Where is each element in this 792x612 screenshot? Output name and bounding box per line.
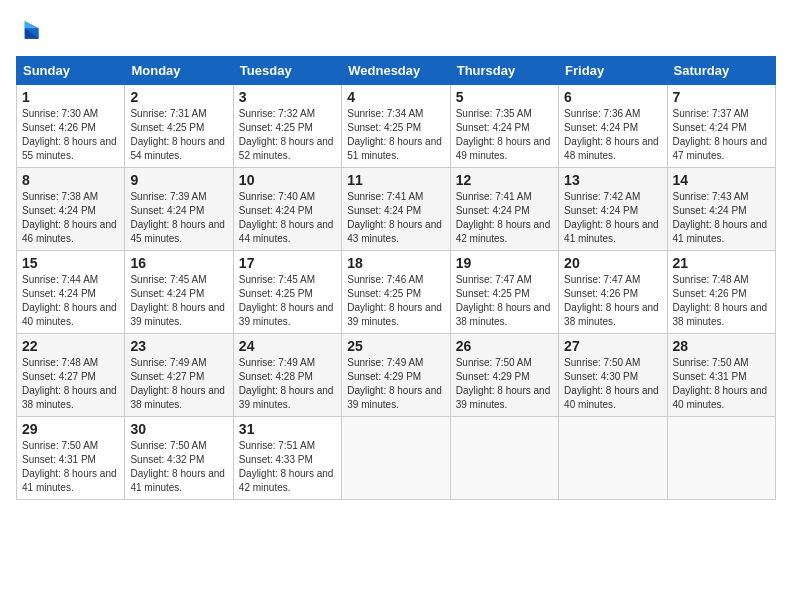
calendar-week-row: 1 Sunrise: 7:30 AMSunset: 4:26 PMDayligh… [17,85,776,168]
calendar-cell: 7 Sunrise: 7:37 AMSunset: 4:24 PMDayligh… [667,85,775,168]
day-number: 13 [564,172,661,188]
calendar-cell: 25 Sunrise: 7:49 AMSunset: 4:29 PMDaylig… [342,334,450,417]
day-number: 7 [673,89,770,105]
day-info: Sunrise: 7:45 AMSunset: 4:25 PMDaylight:… [239,274,334,327]
calendar-week-row: 22 Sunrise: 7:48 AMSunset: 4:27 PMDaylig… [17,334,776,417]
calendar-cell: 20 Sunrise: 7:47 AMSunset: 4:26 PMDaylig… [559,251,667,334]
day-info: Sunrise: 7:41 AMSunset: 4:24 PMDaylight:… [347,191,442,244]
day-number: 12 [456,172,553,188]
day-number: 31 [239,421,336,437]
day-number: 16 [130,255,227,271]
day-info: Sunrise: 7:42 AMSunset: 4:24 PMDaylight:… [564,191,659,244]
calendar-cell [667,417,775,500]
day-number: 10 [239,172,336,188]
calendar-cell: 18 Sunrise: 7:46 AMSunset: 4:25 PMDaylig… [342,251,450,334]
day-info: Sunrise: 7:35 AMSunset: 4:24 PMDaylight:… [456,108,551,161]
calendar-header-row: SundayMondayTuesdayWednesdayThursdayFrid… [17,57,776,85]
calendar-cell: 10 Sunrise: 7:40 AMSunset: 4:24 PMDaylig… [233,168,341,251]
day-info: Sunrise: 7:38 AMSunset: 4:24 PMDaylight:… [22,191,117,244]
day-info: Sunrise: 7:49 AMSunset: 4:28 PMDaylight:… [239,357,334,410]
page-header [16,16,776,44]
day-info: Sunrise: 7:45 AMSunset: 4:24 PMDaylight:… [130,274,225,327]
calendar-cell: 1 Sunrise: 7:30 AMSunset: 4:26 PMDayligh… [17,85,125,168]
calendar-table: SundayMondayTuesdayWednesdayThursdayFrid… [16,56,776,500]
day-number: 18 [347,255,444,271]
calendar-cell: 13 Sunrise: 7:42 AMSunset: 4:24 PMDaylig… [559,168,667,251]
day-number: 26 [456,338,553,354]
calendar-cell: 9 Sunrise: 7:39 AMSunset: 4:24 PMDayligh… [125,168,233,251]
calendar-day-header: Tuesday [233,57,341,85]
calendar-cell: 14 Sunrise: 7:43 AMSunset: 4:24 PMDaylig… [667,168,775,251]
day-info: Sunrise: 7:34 AMSunset: 4:25 PMDaylight:… [347,108,442,161]
calendar-cell: 16 Sunrise: 7:45 AMSunset: 4:24 PMDaylig… [125,251,233,334]
day-info: Sunrise: 7:32 AMSunset: 4:25 PMDaylight:… [239,108,334,161]
calendar-week-row: 8 Sunrise: 7:38 AMSunset: 4:24 PMDayligh… [17,168,776,251]
calendar-cell: 21 Sunrise: 7:48 AMSunset: 4:26 PMDaylig… [667,251,775,334]
day-info: Sunrise: 7:37 AMSunset: 4:24 PMDaylight:… [673,108,768,161]
day-info: Sunrise: 7:41 AMSunset: 4:24 PMDaylight:… [456,191,551,244]
calendar-day-header: Monday [125,57,233,85]
calendar-cell: 23 Sunrise: 7:49 AMSunset: 4:27 PMDaylig… [125,334,233,417]
calendar-cell [559,417,667,500]
day-number: 5 [456,89,553,105]
calendar-cell [450,417,558,500]
day-number: 3 [239,89,336,105]
day-info: Sunrise: 7:46 AMSunset: 4:25 PMDaylight:… [347,274,442,327]
calendar-cell: 24 Sunrise: 7:49 AMSunset: 4:28 PMDaylig… [233,334,341,417]
day-number: 30 [130,421,227,437]
calendar-cell: 15 Sunrise: 7:44 AMSunset: 4:24 PMDaylig… [17,251,125,334]
day-number: 25 [347,338,444,354]
calendar-cell: 2 Sunrise: 7:31 AMSunset: 4:25 PMDayligh… [125,85,233,168]
calendar-cell: 8 Sunrise: 7:38 AMSunset: 4:24 PMDayligh… [17,168,125,251]
calendar-cell: 22 Sunrise: 7:48 AMSunset: 4:27 PMDaylig… [17,334,125,417]
day-number: 14 [673,172,770,188]
day-info: Sunrise: 7:31 AMSunset: 4:25 PMDaylight:… [130,108,225,161]
calendar-cell: 30 Sunrise: 7:50 AMSunset: 4:32 PMDaylig… [125,417,233,500]
day-number: 29 [22,421,119,437]
day-info: Sunrise: 7:50 AMSunset: 4:30 PMDaylight:… [564,357,659,410]
calendar-cell: 4 Sunrise: 7:34 AMSunset: 4:25 PMDayligh… [342,85,450,168]
day-info: Sunrise: 7:50 AMSunset: 4:31 PMDaylight:… [673,357,768,410]
day-number: 23 [130,338,227,354]
calendar-cell: 3 Sunrise: 7:32 AMSunset: 4:25 PMDayligh… [233,85,341,168]
calendar-cell: 19 Sunrise: 7:47 AMSunset: 4:25 PMDaylig… [450,251,558,334]
day-info: Sunrise: 7:47 AMSunset: 4:25 PMDaylight:… [456,274,551,327]
day-info: Sunrise: 7:50 AMSunset: 4:32 PMDaylight:… [130,440,225,493]
calendar-cell: 11 Sunrise: 7:41 AMSunset: 4:24 PMDaylig… [342,168,450,251]
day-info: Sunrise: 7:47 AMSunset: 4:26 PMDaylight:… [564,274,659,327]
day-number: 21 [673,255,770,271]
day-number: 11 [347,172,444,188]
day-info: Sunrise: 7:36 AMSunset: 4:24 PMDaylight:… [564,108,659,161]
calendar-cell: 26 Sunrise: 7:50 AMSunset: 4:29 PMDaylig… [450,334,558,417]
calendar-cell: 27 Sunrise: 7:50 AMSunset: 4:30 PMDaylig… [559,334,667,417]
day-number: 17 [239,255,336,271]
day-info: Sunrise: 7:51 AMSunset: 4:33 PMDaylight:… [239,440,334,493]
calendar-cell: 17 Sunrise: 7:45 AMSunset: 4:25 PMDaylig… [233,251,341,334]
day-number: 9 [130,172,227,188]
calendar-cell: 29 Sunrise: 7:50 AMSunset: 4:31 PMDaylig… [17,417,125,500]
calendar-cell: 6 Sunrise: 7:36 AMSunset: 4:24 PMDayligh… [559,85,667,168]
day-info: Sunrise: 7:39 AMSunset: 4:24 PMDaylight:… [130,191,225,244]
day-info: Sunrise: 7:49 AMSunset: 4:27 PMDaylight:… [130,357,225,410]
day-info: Sunrise: 7:48 AMSunset: 4:26 PMDaylight:… [673,274,768,327]
calendar-day-header: Wednesday [342,57,450,85]
day-info: Sunrise: 7:30 AMSunset: 4:26 PMDaylight:… [22,108,117,161]
calendar-cell: 12 Sunrise: 7:41 AMSunset: 4:24 PMDaylig… [450,168,558,251]
day-number: 4 [347,89,444,105]
day-number: 2 [130,89,227,105]
calendar-cell: 31 Sunrise: 7:51 AMSunset: 4:33 PMDaylig… [233,417,341,500]
day-number: 22 [22,338,119,354]
day-number: 1 [22,89,119,105]
calendar-week-row: 29 Sunrise: 7:50 AMSunset: 4:31 PMDaylig… [17,417,776,500]
calendar-day-header: Saturday [667,57,775,85]
day-number: 19 [456,255,553,271]
logo[interactable] [16,16,48,44]
day-number: 15 [22,255,119,271]
day-info: Sunrise: 7:49 AMSunset: 4:29 PMDaylight:… [347,357,442,410]
calendar-week-row: 15 Sunrise: 7:44 AMSunset: 4:24 PMDaylig… [17,251,776,334]
day-number: 28 [673,338,770,354]
calendar-day-header: Sunday [17,57,125,85]
calendar-cell: 5 Sunrise: 7:35 AMSunset: 4:24 PMDayligh… [450,85,558,168]
day-number: 6 [564,89,661,105]
day-info: Sunrise: 7:43 AMSunset: 4:24 PMDaylight:… [673,191,768,244]
